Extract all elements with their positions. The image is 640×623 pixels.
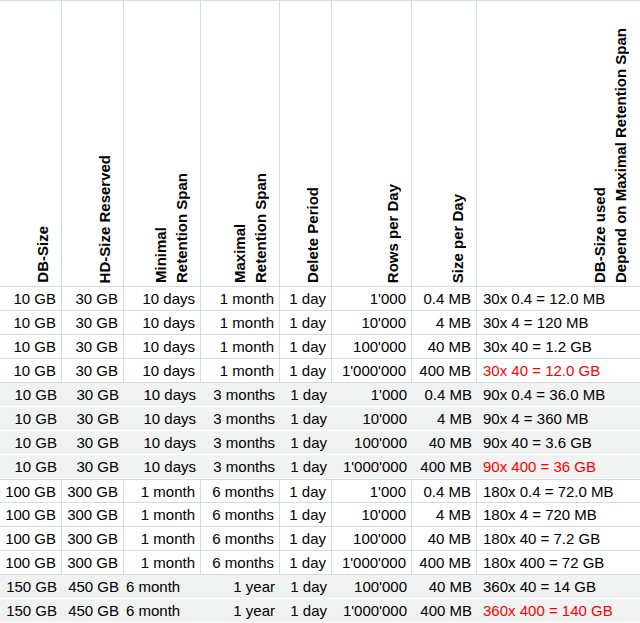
cell[interactable]: 1'000'000 <box>332 455 412 479</box>
cell[interactable]: 100'000 <box>332 527 412 551</box>
cell[interactable]: 100 GB <box>0 527 62 551</box>
cell[interactable]: 4 MB <box>412 503 477 527</box>
cell[interactable]: 6 month <box>124 599 201 623</box>
cell[interactable]: 180x 4 = 720 MB <box>477 503 640 527</box>
cell[interactable]: 40 MB <box>412 527 477 551</box>
cell[interactable]: 0.4 MB <box>412 383 477 407</box>
cell[interactable]: 1'000 <box>332 383 412 407</box>
cell[interactable]: 300 GB <box>62 479 124 503</box>
cell[interactable]: 30 GB <box>62 335 124 359</box>
cell[interactable]: 10 days <box>124 335 201 359</box>
cell[interactable]: 100 GB <box>0 503 62 527</box>
cell[interactable]: 3 months <box>201 383 280 407</box>
cell[interactable]: 1 day <box>280 335 332 359</box>
cell[interactable]: 400 MB <box>412 359 477 383</box>
cell[interactable]: 30x 40 = 1.2 GB <box>477 335 640 359</box>
cell[interactable]: 1 day <box>280 359 332 383</box>
cell[interactable]: 90x 400 = 36 GB <box>477 455 640 479</box>
cell[interactable]: 3 months <box>201 431 280 455</box>
cell[interactable]: 10 days <box>124 359 201 383</box>
cell[interactable]: 10'000 <box>332 503 412 527</box>
cell[interactable]: 150 GB <box>0 599 62 623</box>
cell[interactable]: 1 day <box>280 455 332 479</box>
cell[interactable]: 150 GB <box>0 575 62 599</box>
cell[interactable]: 40 MB <box>412 575 477 599</box>
cell[interactable]: 400 MB <box>412 455 477 479</box>
cell[interactable]: 30 GB <box>62 287 124 311</box>
column-header-hd-size-reserved[interactable]: HD-Size Reserved <box>62 1 124 287</box>
cell[interactable]: 3 months <box>201 407 280 431</box>
cell[interactable]: 1 day <box>280 431 332 455</box>
cell[interactable]: 30 GB <box>62 311 124 335</box>
cell[interactable]: 3 months <box>201 455 280 479</box>
cell[interactable]: 1 day <box>280 551 332 575</box>
cell[interactable]: 360x 40 = 14 GB <box>477 575 640 599</box>
cell[interactable]: 30x 4 = 120 MB <box>477 311 640 335</box>
column-header-db-size[interactable]: DB-Size <box>0 1 62 287</box>
cell[interactable]: 1 month <box>201 359 280 383</box>
cell[interactable]: 10 GB <box>0 383 62 407</box>
cell[interactable]: 6 months <box>201 551 280 575</box>
cell[interactable]: 0.4 MB <box>412 479 477 503</box>
column-header-minimal-retention-span[interactable]: Minimal Retention Span <box>124 1 201 287</box>
cell[interactable]: 1'000'000 <box>332 551 412 575</box>
cell[interactable]: 400 MB <box>412 599 477 623</box>
cell[interactable]: 6 months <box>201 503 280 527</box>
cell[interactable]: 360x 400 = 140 GB <box>477 599 640 623</box>
cell[interactable]: 1 month <box>201 335 280 359</box>
cell[interactable]: 100 GB <box>0 479 62 503</box>
cell[interactable]: 300 GB <box>62 527 124 551</box>
cell[interactable]: 40 MB <box>412 335 477 359</box>
cell[interactable]: 1 day <box>280 407 332 431</box>
cell[interactable]: 10 days <box>124 431 201 455</box>
cell[interactable]: 1 month <box>124 551 201 575</box>
cell[interactable]: 1 day <box>280 599 332 623</box>
cell[interactable]: 10 days <box>124 287 201 311</box>
column-header-maximal-retention-span[interactable]: Maximal Retention Span <box>201 1 280 287</box>
cell[interactable]: 100'000 <box>332 431 412 455</box>
cell[interactable]: 10'000 <box>332 407 412 431</box>
cell[interactable]: 10 GB <box>0 431 62 455</box>
cell[interactable]: 1 day <box>280 527 332 551</box>
cell[interactable]: 1'000'000 <box>332 599 412 623</box>
cell[interactable]: 10 GB <box>0 287 62 311</box>
cell[interactable]: 300 GB <box>62 503 124 527</box>
cell[interactable]: 450 GB <box>62 575 124 599</box>
cell[interactable]: 1 day <box>280 311 332 335</box>
cell[interactable]: 180x 400 = 72 GB <box>477 551 640 575</box>
cell[interactable]: 4 MB <box>412 311 477 335</box>
column-header-rows-per-day[interactable]: Rows per Day <box>332 1 412 287</box>
cell[interactable]: 180x 0.4 = 72.0 MB <box>477 479 640 503</box>
cell[interactable]: 1'000 <box>332 287 412 311</box>
column-header-db-size-used[interactable]: DB-Size used Depend on Maximal Retention… <box>477 1 640 287</box>
cell[interactable]: 6 months <box>201 479 280 503</box>
cell[interactable]: 30x 0.4 = 12.0 MB <box>477 287 640 311</box>
cell[interactable]: 450 GB <box>62 599 124 623</box>
cell[interactable]: 1 year <box>201 575 280 599</box>
cell[interactable]: 300 GB <box>62 551 124 575</box>
cell[interactable]: 4 MB <box>412 407 477 431</box>
cell[interactable]: 6 month <box>124 575 201 599</box>
cell[interactable]: 1 day <box>280 287 332 311</box>
cell[interactable]: 1 year <box>201 599 280 623</box>
cell[interactable]: 1 month <box>124 503 201 527</box>
cell[interactable]: 30 GB <box>62 407 124 431</box>
cell[interactable]: 30 GB <box>62 383 124 407</box>
cell[interactable]: 1 day <box>280 383 332 407</box>
cell[interactable]: 100'000 <box>332 575 412 599</box>
cell[interactable]: 1 month <box>124 527 201 551</box>
cell[interactable]: 400 MB <box>412 551 477 575</box>
cell[interactable]: 100'000 <box>332 335 412 359</box>
cell[interactable]: 1 month <box>124 479 201 503</box>
cell[interactable]: 30 GB <box>62 455 124 479</box>
cell[interactable]: 1'000 <box>332 479 412 503</box>
cell[interactable]: 10 days <box>124 311 201 335</box>
cell[interactable]: 0.4 MB <box>412 287 477 311</box>
cell[interactable]: 1 month <box>201 287 280 311</box>
cell[interactable]: 90x 4 = 360 MB <box>477 407 640 431</box>
cell[interactable]: 1 month <box>201 311 280 335</box>
cell[interactable]: 1 day <box>280 479 332 503</box>
cell[interactable]: 180x 40 = 7.2 GB <box>477 527 640 551</box>
cell[interactable]: 40 MB <box>412 431 477 455</box>
cell[interactable]: 1'000'000 <box>332 359 412 383</box>
